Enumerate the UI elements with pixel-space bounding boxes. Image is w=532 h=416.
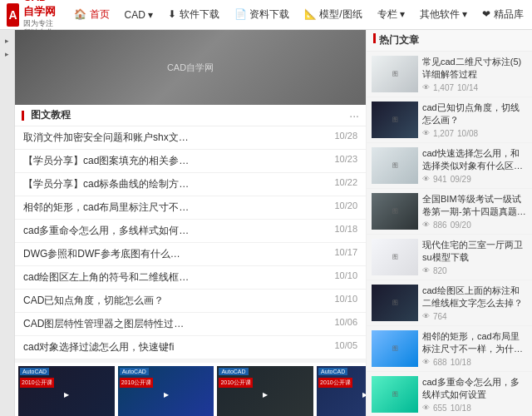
hot-title-2: cad快速选择怎么用，和选择类似对象有什么区别？ (422, 147, 527, 173)
hot-thumb-1: 图 (372, 102, 418, 138)
banner-placeholder: CAD自学网 (167, 62, 214, 74)
hot-views-4: 820 (433, 266, 447, 275)
hot-article-0[interactable]: 图 常见cad二维尺寸标注(5)详细解答过程 👁 1,407 10/14 (367, 52, 532, 97)
eye-icon: 👁 (422, 83, 430, 92)
hot-title-0: 常见cad二维尺寸标注(5)详细解答过程 (422, 56, 527, 82)
hot-article-7[interactable]: 图 cad多重命令怎么用，多线样式如何设置 👁 655 10/18 (367, 372, 532, 416)
nav-model[interactable]: 📐 模型/图纸 (298, 4, 369, 25)
article-item-1[interactable]: 【学员分享】cad图案填充的相关参数设置讲解 10/23 (15, 150, 366, 173)
hot-meta-6: 👁 688 10/18 (422, 358, 527, 367)
hot-date-2: 09/29 (451, 175, 471, 184)
hot-article-5[interactable]: 图 cad绘图区上面的标注和二维线框文字怎么去掉？ 👁 764 (367, 280, 532, 326)
hot-views-1: 1,207 (433, 129, 454, 138)
period-badge: 2010公开课 (219, 378, 253, 388)
hot-views-3: 886 (433, 220, 447, 230)
hot-views-2: 941 (433, 175, 447, 184)
autocad-badge: AutoCAD (318, 368, 347, 375)
hot-article-6[interactable]: 图 相邻的矩形，cad布局里标注尺寸不一样，为什么？ 👁 688 10/18 (367, 326, 532, 372)
article-title: CAD图层特性管理器之图层特性过滤器，未协调图层和隔离图层 (23, 317, 190, 331)
article-title: 相邻的矩形，cad布局里标注尺寸不一样，为什么？ (23, 201, 190, 215)
video-item-3[interactable]: AutoCAD 2010公开课 ▶ 【CAD2010公开课】第... (317, 366, 366, 416)
article-date: 10/28 (334, 131, 357, 145)
sidebar-icon-2: ▸ (2, 50, 12, 60)
article-title: 【学员分享】cad图案填充的相关参数设置讲解 (23, 154, 190, 168)
article-item-6[interactable]: cad绘图区左上角的符号和二维线框文字怎么去掉？ 10/10 (15, 266, 366, 290)
nav-cad[interactable]: CAD ▾ (118, 6, 160, 24)
nav-premium[interactable]: ❤ 精品库 (475, 4, 530, 25)
article-item-7[interactable]: CAD已知点角度，切能怎么画？ 10/10 (15, 290, 366, 313)
nav-column[interactable]: 专栏 ▾ (371, 4, 411, 25)
article-title: cad对象选择过滤怎么用，快速键fi (23, 340, 190, 354)
article-title: 【学员分享】cad标条曲线的绘制方法讲解 (23, 177, 190, 191)
hot-thumb-3: 图 (372, 193, 418, 230)
hot-meta-3: 👁 886 09/20 (422, 220, 527, 230)
article-date: 10/06 (334, 317, 357, 331)
article-date: 10/10 (334, 294, 357, 308)
hot-meta-1: 👁 1,207 10/08 (422, 129, 527, 138)
article-item-5[interactable]: DWG参照和DWF参考底图有什么区别？ 10/17 (15, 243, 366, 266)
hot-content-7: cad多重命令怎么用，多线样式如何设置 👁 655 10/18 (422, 376, 527, 413)
hot-article-3[interactable]: 图 全国BIM等级考试一级试卷第一期-第十四题真题下载 👁 886 09/20 (367, 189, 532, 235)
header: A CAD自学网 因为专注 所以专业 🏠 首页 CAD ▾ ⬇ 软件下载 📄 资… (0, 0, 532, 30)
hot-content-4: 现代住宅的三室一厅两卫su模型下载 👁 820 (422, 239, 527, 275)
nav-download[interactable]: ⬇ 软件下载 (161, 4, 225, 25)
section-more-dots[interactable]: ··· (349, 109, 359, 122)
eye-icon: 👁 (422, 312, 430, 320)
period-badge: 2010公开课 (318, 378, 352, 388)
hot-views-5: 764 (433, 312, 447, 321)
hot-content-2: cad快速选择怎么用，和选择类似对象有什么区别？ 👁 941 09/29 (422, 147, 527, 184)
hot-content-0: 常见cad二维尺寸标注(5)详细解答过程 👁 1,407 10/14 (422, 56, 527, 92)
video-thumb-2: AutoCAD 2010公开课 ▶ (217, 366, 313, 416)
video-item-0[interactable]: AutoCAD 2010公开课 ▶ 【CAD2010公开课】第... (18, 366, 115, 416)
video-item-1[interactable]: AutoCAD 2010公开课 ▶ 【CAD2010公开课】第... (118, 366, 214, 416)
nav-data-download[interactable]: 📄 资料下载 (228, 4, 296, 25)
hot-title-7: cad多重命令怎么用，多线样式如何设置 (422, 376, 527, 402)
eye-icon: 👁 (422, 404, 430, 412)
video-item-2[interactable]: AutoCAD 2010公开课 ▶ 【CAD2010公开课】第... (217, 366, 313, 416)
main-layout: ▸ ▸ CAD自学网 图文教程 ··· 取消文件加密安全问题和账户shx文件对话… (0, 30, 532, 416)
hot-meta-7: 👁 655 10/18 (422, 404, 527, 413)
video-section: AutoCAD 2010公开课 ▶ 【CAD2010公开课】第... AutoC… (15, 363, 366, 416)
video-thumb-3: AutoCAD 2010公开课 ▶ (317, 366, 366, 416)
hot-article-4[interactable]: 图 现代住宅的三室一厅两卫su模型下载 👁 820 (367, 235, 532, 280)
video-grid: AutoCAD 2010公开课 ▶ 【CAD2010公开课】第... AutoC… (15, 363, 366, 416)
autocad-badge: AutoCAD (120, 368, 149, 375)
right-sidebar: 热门文章 图 常见cad二维尺寸标注(5)详细解答过程 👁 1,407 10/1… (366, 30, 532, 416)
nav-home[interactable]: 🏠 首页 (67, 4, 116, 25)
hot-meta-0: 👁 1,407 10/14 (422, 83, 527, 92)
article-item-2[interactable]: 【学员分享】cad标条曲线的绘制方法讲解 10/22 (15, 173, 366, 196)
video-thumb-1: AutoCAD 2010公开课 ▶ (118, 366, 214, 416)
article-date: 10/20 (334, 201, 357, 215)
article-item-0[interactable]: 取消文件加密安全问题和账户shx文件对话框 10/28 (15, 126, 366, 150)
hot-thumb-7: 图 (372, 376, 418, 413)
article-title: cad多重命令怎么用，多线样式如何设置 (23, 224, 190, 238)
left-sidebar: ▸ ▸ (0, 30, 15, 416)
hot-title-5: cad绘图区上面的标注和二维线框文字怎么去掉？ (422, 285, 527, 310)
article-date: 10/05 (334, 340, 357, 354)
center-content: CAD自学网 图文教程 ··· 取消文件加密安全问题和账户shx文件对话框 10… (15, 30, 366, 416)
hot-date-1: 10/08 (457, 129, 478, 138)
hot-date-6: 10/18 (451, 358, 471, 367)
article-item-9[interactable]: cad对象选择过滤怎么用，快速键fi 10/05 (15, 336, 366, 359)
video-label: ▶ (362, 391, 366, 399)
sidebar-icon-1: ▸ (2, 37, 12, 47)
nav-other-software[interactable]: 其他软件 ▾ (413, 4, 474, 25)
article-item-8[interactable]: CAD图层特性管理器之图层特性过滤器，未协调图层和隔离图层 10/06 (15, 313, 366, 336)
video-label: ▶ (263, 391, 268, 399)
hot-thumb-6: 图 (372, 330, 418, 367)
article-list: 取消文件加密安全问题和账户shx文件对话框 10/28 【学员分享】cad图案填… (15, 126, 366, 359)
hot-article-1[interactable]: 图 cad已知切点角度，切线怎么画？ 👁 1,207 10/08 (367, 97, 532, 143)
article-date: 10/17 (334, 247, 357, 261)
hot-content-3: 全国BIM等级考试一级试卷第一期-第十四题真题下载 👁 886 09/20 (422, 193, 527, 230)
hot-article-2[interactable]: 图 cad快速选择怎么用，和选择类似对象有什么区别？ 👁 941 09/29 (367, 143, 532, 189)
hot-content-6: 相邻的矩形，cad布局里标注尺寸不一样，为什么？ 👁 688 10/18 (422, 330, 527, 367)
article-item-4[interactable]: cad多重命令怎么用，多线样式如何设置 10/18 (15, 220, 366, 243)
video-label: ▶ (64, 391, 69, 399)
article-item-3[interactable]: 相邻的矩形，cad布局里标注尺寸不一样，为什么？ 10/20 (15, 196, 366, 220)
article-section-title: 图文教程 (22, 108, 71, 122)
hot-views-6: 688 (433, 358, 447, 367)
hot-articles-header: 热门文章 (367, 30, 532, 52)
hot-title-1: cad已知切点角度，切线怎么画？ (422, 102, 527, 127)
hot-meta-5: 👁 764 (422, 312, 527, 321)
hot-thumb-5: 图 (372, 285, 418, 321)
